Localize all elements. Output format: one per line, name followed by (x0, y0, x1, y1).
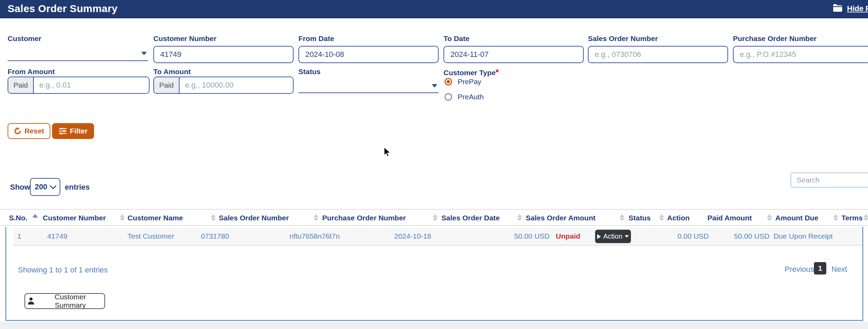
preauth-label: PreAuth (458, 93, 484, 101)
page-size-select[interactable]: 200 (30, 178, 60, 196)
sort-icon[interactable] (120, 212, 125, 223)
sort-icon[interactable] (620, 212, 625, 223)
col-header-purchase-order-number[interactable]: Purchase Order Number (322, 210, 406, 226)
sort-icon[interactable] (833, 212, 839, 223)
to-amount-input[interactable] (180, 77, 293, 93)
col-header-terms[interactable]: Terms (841, 210, 862, 226)
cell-terms: Due Upon Receipt (774, 228, 833, 245)
status-badge: Unpaid (556, 228, 580, 245)
sort-icon[interactable] (864, 212, 868, 223)
from-date-input[interactable] (298, 46, 439, 63)
col-header-status[interactable]: Status (629, 210, 651, 226)
required-asterisk: * (496, 68, 499, 77)
chevron-down-icon (625, 235, 629, 238)
pagination-previous[interactable]: Previous (785, 265, 814, 274)
cell-sales-order-amount: 50.00 USD (500, 228, 550, 245)
purchase-order-number-input[interactable] (733, 46, 868, 63)
cell-sales-order-date: 2024-10-18 (394, 228, 431, 245)
pagination-current-page[interactable]: 1 (814, 262, 826, 275)
customer-number-label: Customer Number (153, 34, 216, 43)
sales-order-number-label: Sales Order Number (588, 34, 658, 43)
sort-icon[interactable] (314, 212, 319, 223)
person-icon (27, 297, 35, 305)
prepay-label: PrePay (458, 78, 481, 86)
customer-summary-button[interactable]: Customer Summary (24, 293, 105, 309)
purchase-order-number-label: Purchase Order Number (733, 34, 817, 43)
customer-type-label: Customer Type* (443, 68, 499, 77)
show-label: Show (10, 183, 30, 192)
radio-selected-icon[interactable] (445, 78, 452, 86)
mouse-cursor (382, 146, 393, 159)
sort-icon[interactable] (517, 212, 523, 223)
search-input[interactable] (790, 172, 868, 188)
refresh-icon (14, 127, 21, 135)
reset-button[interactable]: Reset (8, 123, 50, 139)
entries-label: entries (65, 183, 90, 192)
chevron-down-icon (50, 182, 57, 189)
chevron-down-icon (432, 84, 437, 88)
to-amount-prefix: Paid (154, 77, 180, 93)
page-title: Sales Order Summary (8, 0, 118, 17)
sliders-icon (59, 127, 67, 135)
sort-icon[interactable] (767, 212, 773, 223)
to-date-input[interactable] (443, 46, 584, 63)
to-amount-group: Paid (153, 77, 294, 94)
sort-asc-icon[interactable] (32, 214, 38, 218)
action-label: Action (603, 232, 623, 240)
col-header-customer-name[interactable]: Customer Name (127, 210, 183, 226)
cell-purchase-order-number: nftu7658n76t7n (289, 228, 340, 245)
customer-label: Customer (8, 34, 41, 43)
col-header-sno[interactable]: S.No. (9, 210, 28, 226)
from-amount-group: Paid (8, 77, 150, 94)
radio-preauth[interactable]: PreAuth (445, 93, 484, 101)
cell-sno: 1 (17, 228, 21, 245)
action-dropdown-button[interactable]: Action (595, 230, 631, 243)
col-header-sales-order-amount[interactable]: Sales Order Amount (526, 210, 595, 226)
from-amount-input[interactable] (34, 77, 149, 93)
filter-button[interactable]: Filter (52, 123, 94, 139)
hide-filter-link[interactable]: Hide Filter (833, 0, 868, 17)
reset-label: Reset (24, 127, 44, 135)
to-amount-label: To Amount (153, 68, 191, 76)
sort-icon[interactable] (211, 212, 216, 223)
from-date-label: From Date (298, 34, 334, 43)
cell-customer-name: Test Customer (127, 228, 174, 245)
customer-select[interactable] (8, 46, 148, 61)
customer-number-input[interactable] (153, 46, 294, 63)
customer-summary-label: Customer Summary (38, 293, 102, 309)
cell-amount-due: 50.00 USD (720, 228, 769, 245)
col-header-paid-amount[interactable]: Paid Amount (707, 210, 752, 226)
chevron-down-icon (141, 52, 147, 55)
to-date-label: To Date (443, 34, 469, 43)
page-footer-strip (0, 321, 868, 329)
radio-prepay[interactable]: PrePay (445, 78, 481, 86)
filter-label: Filter (70, 127, 88, 135)
status-select[interactable] (298, 78, 439, 93)
col-header-sales-order-date[interactable]: Sales Order Date (441, 210, 500, 226)
col-header-sales-order-number[interactable]: Sales Order Number (219, 210, 289, 226)
col-header-customer-number[interactable]: Customer Number (43, 210, 106, 226)
sales-order-number-input[interactable] (588, 46, 728, 63)
radio-unselected-icon[interactable] (445, 93, 452, 101)
entries-summary: Showing 1 to 1 of 1 entries (18, 266, 108, 275)
cell-customer-number: 41749 (47, 228, 67, 245)
col-header-action: Action (667, 210, 690, 226)
folder-icon (833, 3, 843, 14)
sales-order-summary-page: Sales Order Summary Hide Filter Customer… (0, 0, 868, 329)
play-icon (597, 234, 601, 239)
cell-sales-order-number: 0731780 (201, 228, 229, 245)
sort-icon[interactable] (433, 212, 438, 223)
status-label: Status (298, 68, 320, 76)
cell-paid-amount: 0.00 USD (655, 228, 709, 245)
from-amount-label: From Amount (8, 68, 55, 76)
pagination-next[interactable]: Next (831, 265, 847, 274)
sort-icon[interactable] (659, 212, 665, 223)
col-header-amount-due[interactable]: Amount Due (775, 210, 818, 226)
hide-filter-label: Hide Filter (847, 4, 868, 13)
from-amount-prefix: Paid (8, 77, 34, 93)
top-bar (0, 0, 868, 18)
page-size-value: 200 (35, 182, 48, 191)
